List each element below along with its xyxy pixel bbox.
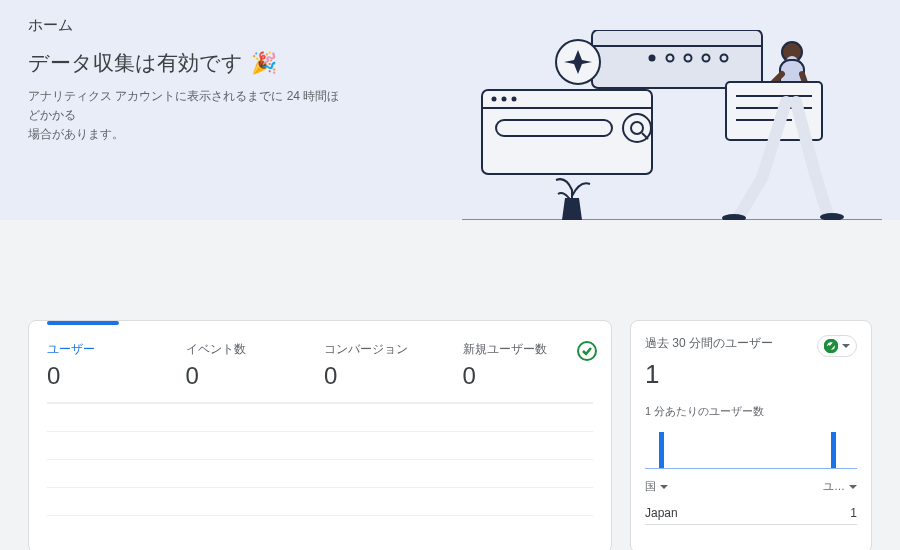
- chevron-down-icon: [849, 485, 857, 489]
- metric-events[interactable]: イベント数 0: [186, 341, 317, 390]
- svg-point-12: [512, 97, 517, 102]
- hero-banner: ホーム データ収集は有効です 🎉 アナリティクス アカウントに表示されるまでに …: [0, 0, 900, 220]
- hero-description: アナリティクス アカウントに表示されるまでに 24 時間ほどかかる 場合がありま…: [28, 87, 348, 145]
- svg-rect-8: [482, 90, 652, 174]
- chevron-down-icon: [842, 344, 850, 348]
- hero-illustration: [462, 30, 882, 220]
- hero-desc-line1: アナリティクス アカウントに表示されるまでに 24 時間ほどかかる: [28, 89, 339, 122]
- status-check-icon[interactable]: [577, 341, 597, 361]
- svg-point-2: [649, 55, 656, 62]
- trend-chart: [47, 402, 593, 550]
- metrics-card: ユーザー 0 イベント数 0 コンバージョン 0 新規ユーザー数 0: [28, 320, 612, 550]
- metric-label: ユーザー: [47, 341, 178, 358]
- users-filter[interactable]: ユ…: [823, 479, 857, 494]
- metrics-row: ユーザー 0 イベント数 0 コンバージョン 0 新規ユーザー数 0: [29, 335, 611, 394]
- realtime-status-chip[interactable]: [817, 335, 857, 357]
- svg-point-11: [502, 97, 507, 102]
- metric-value: 0: [324, 362, 455, 390]
- metric-new-users[interactable]: 新規ユーザー数 0: [463, 341, 594, 390]
- filter-label: ユ…: [823, 479, 845, 494]
- country-cell: Japan: [645, 506, 678, 520]
- metric-conversions[interactable]: コンバージョン 0: [324, 341, 455, 390]
- metric-value: 0: [186, 362, 317, 390]
- country-filter[interactable]: 国: [645, 479, 668, 494]
- chart-bar: [831, 432, 836, 468]
- realtime-card: 過去 30 分間のユーザー 1 1 分あたりのユーザー数 国 ユ… Japan …: [630, 320, 872, 550]
- table-row[interactable]: Japan 1: [645, 502, 857, 525]
- svg-rect-0: [592, 30, 762, 88]
- metric-label: コンバージョン: [324, 341, 455, 358]
- active-tab-indicator: [47, 321, 119, 325]
- metric-value: 0: [463, 362, 594, 390]
- svg-point-10: [492, 97, 497, 102]
- hero-desc-line2: 場合があります。: [28, 127, 124, 141]
- realtime-sub-label: 1 分あたりのユーザー数: [631, 398, 871, 423]
- metric-label: 新規ユーザー数: [463, 341, 594, 358]
- realtime-value: 1: [631, 359, 871, 398]
- per-minute-chart: [645, 425, 857, 469]
- dashboard-cards: ユーザー 0 イベント数 0 コンバージョン 0 新規ユーザー数 0: [0, 220, 900, 550]
- realtime-filter-row: 国 ユ…: [631, 473, 871, 500]
- metric-users[interactable]: ユーザー 0: [47, 341, 178, 390]
- chevron-down-icon: [660, 485, 668, 489]
- metric-label: イベント数: [186, 341, 317, 358]
- realtime-title: 過去 30 分間のユーザー: [645, 335, 773, 352]
- metric-value: 0: [47, 362, 178, 390]
- filter-label: 国: [645, 479, 656, 494]
- chart-bar: [659, 432, 664, 468]
- value-cell: 1: [850, 506, 857, 520]
- hero-headline-text: データ収集は有効です: [28, 49, 243, 77]
- confetti-icon: 🎉: [251, 51, 277, 75]
